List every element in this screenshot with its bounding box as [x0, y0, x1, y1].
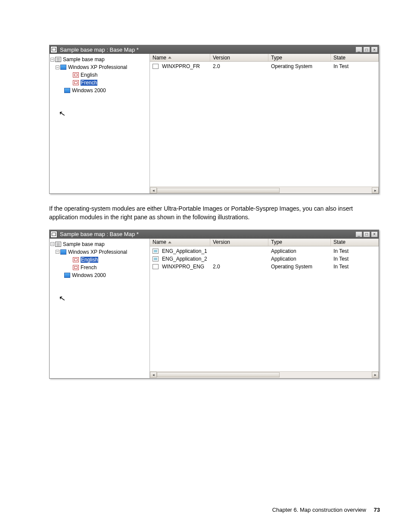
tree-lang-en[interactable]: English — [73, 71, 149, 79]
tree-label: Windows 2000 — [72, 87, 106, 93]
col-version[interactable]: Version — [210, 54, 268, 61]
maximize-button[interactable]: □ — [363, 231, 370, 237]
collapse-icon[interactable]: – — [50, 58, 54, 62]
scroll-left-button[interactable]: ◂ — [150, 372, 157, 378]
col-type[interactable]: Type — [268, 239, 331, 246]
window-icon — [50, 46, 57, 53]
maximize-button[interactable]: □ — [363, 47, 370, 53]
table-row[interactable]: WINXPPRO_ENG2.0Operating SystemIn Test — [150, 263, 379, 271]
tree-os-2000[interactable]: Windows 2000 — [64, 87, 149, 94]
os-icon — [64, 88, 70, 93]
cell-state: In Test — [333, 248, 349, 254]
tree-label: French — [81, 264, 97, 271]
os-icon — [60, 249, 66, 255]
col-label: Name — [153, 239, 166, 245]
tree-lang-fr-selected[interactable]: French — [73, 79, 149, 87]
tree-label: Windows XP Professional — [68, 249, 127, 255]
scroll-right-button[interactable]: ▸ — [372, 187, 379, 193]
cell-name: WINXPPRO_ENG — [162, 264, 204, 270]
body-paragraph: If the operating-system modules are eith… — [49, 204, 379, 222]
window-title: Sample base map : Base Map * — [60, 231, 355, 237]
cell-name: WINXPPRO_FR — [162, 63, 200, 69]
cell-state: In Test — [333, 63, 349, 69]
tree-lang-en-selected[interactable]: English — [73, 256, 149, 264]
row-icon — [153, 256, 159, 261]
table-row[interactable]: WINXPPRO_FR2.0Operating SystemIn Test — [150, 62, 379, 70]
col-name[interactable]: Name — [150, 239, 210, 246]
collapse-icon[interactable]: – — [56, 250, 59, 254]
table-row[interactable]: ENG_Application_2ApplicationIn Test — [150, 255, 379, 263]
cell-type: Application — [271, 256, 296, 262]
col-type[interactable]: Type — [268, 54, 331, 61]
tree-label: English — [81, 72, 97, 78]
col-label: Version — [213, 55, 230, 61]
document-page: Sample base map : Base Map * _ □ × – Sam… — [0, 0, 411, 532]
row-icon — [153, 64, 159, 69]
titlebar[interactable]: Sample base map : Base Map * _ □ × — [50, 45, 379, 54]
table-row[interactable]: ENG_Application_1ApplicationIn Test — [150, 247, 379, 255]
tree-root[interactable]: – Sample base map — [50, 240, 149, 248]
col-label: Version — [213, 239, 230, 245]
column-headers: Name Version Type State — [150, 239, 379, 246]
col-name[interactable]: Name — [150, 54, 210, 61]
cell-type: Application — [271, 248, 296, 254]
horizontal-scrollbar[interactable]: ◂ ▸ — [150, 371, 379, 378]
map-icon — [55, 242, 61, 247]
cell-type: Operating System — [271, 63, 312, 69]
os-icon — [64, 273, 70, 278]
list-pane: Name Version Type State ENG_Application_… — [150, 239, 379, 378]
cell-type: Operating System — [271, 264, 312, 270]
cell-name: ENG_Application_2 — [162, 256, 207, 262]
col-label: Name — [153, 55, 166, 61]
cell-state: In Test — [333, 264, 349, 270]
col-version[interactable]: Version — [210, 239, 268, 246]
lang-icon — [73, 265, 79, 270]
col-state[interactable]: State — [331, 239, 379, 246]
collapse-icon[interactable]: – — [56, 65, 59, 69]
tree-label-selected: French — [81, 80, 97, 86]
tree-os-xp[interactable]: – Windows XP Professional — [56, 248, 149, 256]
sort-ascending-icon — [168, 241, 171, 243]
map-icon — [55, 57, 61, 62]
window-basemap-french: Sample base map : Base Map * _ □ × – Sam… — [49, 45, 379, 194]
lang-icon — [73, 257, 79, 262]
scroll-thumb[interactable] — [157, 372, 280, 377]
minimize-button[interactable]: _ — [355, 47, 362, 53]
page-footer: Chapter 6. Map construction overview 73 — [0, 507, 380, 513]
scroll-left-button[interactable]: ◂ — [150, 187, 157, 193]
close-button[interactable]: × — [371, 47, 378, 53]
close-button[interactable]: × — [371, 231, 378, 237]
cell-version: 2.0 — [213, 63, 220, 69]
scroll-track[interactable] — [157, 187, 372, 193]
tree-pane[interactable]: – Sample base map – Windows XP Professio… — [50, 239, 150, 378]
titlebar[interactable]: Sample base map : Base Map * _ □ × — [50, 230, 379, 239]
tree-label: Sample base map — [63, 56, 105, 62]
tree-os-xp[interactable]: – Windows XP Professional — [56, 63, 149, 71]
col-label: Type — [271, 239, 282, 245]
row-icon — [153, 249, 159, 254]
scroll-track[interactable] — [157, 372, 372, 378]
window-basemap-english: Sample base map : Base Map * _ □ × – Sam… — [49, 230, 379, 379]
tree-lang-fr[interactable]: French — [73, 264, 149, 271]
tree-label: Sample base map — [63, 241, 105, 247]
window-title: Sample base map : Base Map * — [60, 47, 355, 53]
list-rows: ENG_Application_1ApplicationIn TestENG_A… — [150, 246, 379, 371]
list-pane: Name Version Type State WINXPPRO_FR2.0Op… — [150, 54, 379, 193]
collapse-icon[interactable]: – — [50, 242, 54, 246]
tree-os-2000[interactable]: Windows 2000 — [64, 271, 149, 279]
horizontal-scrollbar[interactable]: ◂ ▸ — [150, 187, 379, 193]
col-label: Type — [271, 55, 282, 61]
cell-name: ENG_Application_1 — [162, 248, 207, 254]
tree-root[interactable]: – Sample base map — [50, 56, 149, 63]
scroll-thumb[interactable] — [157, 188, 280, 193]
tree-pane[interactable]: – Sample base map – Windows XP Professio… — [50, 54, 150, 193]
cursor-icon: ↖ — [58, 293, 66, 303]
chapter-label: Chapter 6. Map construction overview — [272, 507, 366, 513]
col-label: State — [333, 55, 346, 61]
minimize-button[interactable]: _ — [355, 231, 362, 237]
page-number: 73 — [374, 507, 380, 513]
scroll-right-button[interactable]: ▸ — [372, 372, 379, 378]
cell-state: In Test — [333, 256, 349, 262]
col-state[interactable]: State — [331, 54, 379, 61]
list-rows: WINXPPRO_FR2.0Operating SystemIn Test — [150, 62, 379, 187]
